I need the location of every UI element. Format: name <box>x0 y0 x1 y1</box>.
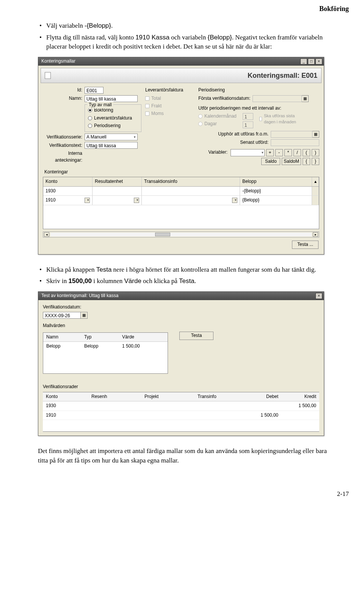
value: 1500,00 <box>69 277 92 285</box>
variable-name: {Belopp} <box>87 22 111 29</box>
radio-label: Periodisering <box>94 123 121 129</box>
konteringar-label: Konteringar <box>41 168 322 176</box>
cell-trans[interactable] <box>142 187 240 195</box>
cell-res <box>88 401 141 410</box>
verserie-combo[interactable]: A Manuell <box>85 134 138 140</box>
var-rparen-button[interactable]: ) <box>312 149 319 156</box>
document-title: Konteringsmall: E001 <box>248 71 317 80</box>
cell-typ: Belopp <box>81 342 119 351</box>
text: Klicka på knappen <box>46 266 96 273</box>
chk-total: Total <box>145 95 198 102</box>
vertext-label: Verifikationstext: <box>43 142 85 149</box>
bullet-item: Klicka på knappen Testa nere i högra hör… <box>46 265 330 275</box>
document-icon[interactable] <box>45 72 51 79</box>
horizontal-scrollbar[interactable]: ◂ ▸ <box>43 231 319 238</box>
chk-label: Total <box>151 95 161 102</box>
scroll-up[interactable]: ▴ <box>312 177 319 186</box>
window-title: Konteringsmallar <box>41 58 75 65</box>
test-av-konteringsmall-window: Test av konteringsmall: Uttag till kassa… <box>38 291 324 436</box>
verdatum-label: Verifikationsdatum: <box>43 304 319 310</box>
testa-button[interactable]: Testa ... <box>292 241 318 249</box>
grid-blank-area <box>43 420 319 431</box>
radio-label: Leverantörsfaktura <box>94 115 132 121</box>
col-header-kredit: Kredit <box>281 392 319 401</box>
id-input[interactable]: E001 <box>85 87 104 94</box>
date-picker-icon[interactable]: ▦ <box>81 312 88 319</box>
minimize-button[interactable]: _ <box>300 58 307 65</box>
close-button[interactable]: × <box>315 58 322 65</box>
chk-label: Ska utföras sista dagen i månaden <box>264 113 301 125</box>
col-header-resultatenhet[interactable]: Resultatenhet <box>93 177 142 186</box>
id-label: Id: <box>43 87 85 93</box>
col-header-transinfo[interactable]: Transaktionsinfo <box>142 177 240 186</box>
cell-res-combo[interactable] <box>93 196 142 205</box>
grid-row[interactable]: 1930 -{Belopp} <box>43 187 319 196</box>
var-plus-button[interactable]: + <box>266 149 274 156</box>
var-saldom-button[interactable]: SaldoM <box>282 158 301 165</box>
kalender-value: 1 <box>243 113 253 120</box>
cell-konto-combo[interactable]: 1910 <box>43 196 93 205</box>
cell-varde[interactable]: 1 500,00 <box>119 342 165 351</box>
radio-periodisering[interactable]: Periodisering <box>88 123 138 129</box>
text: och klicka på <box>141 277 179 285</box>
forstaver-input <box>253 95 302 102</box>
var-rbrace-button[interactable]: } <box>312 158 319 165</box>
upphor-label: Upphör att utföras fr.o.m. <box>198 131 271 137</box>
page-number: 2-17 <box>0 478 364 507</box>
vertext-input[interactable]: Uttag till kassa <box>85 142 138 149</box>
scroll-track <box>312 187 319 195</box>
close-button[interactable]: × <box>315 293 322 299</box>
col-header-debet: Debet <box>243 392 281 401</box>
cell-trans-combo[interactable] <box>142 196 240 205</box>
closing-paragraph: Det finns möjlighet att importera ett an… <box>38 447 330 465</box>
scroll-thumb[interactable] <box>155 233 170 236</box>
text: i kolumnen <box>92 277 124 285</box>
cell-res[interactable] <box>93 187 142 195</box>
var-lparen-button[interactable]: ( <box>303 149 310 156</box>
cell-res <box>88 411 141 420</box>
var-div-button[interactable]: / <box>293 149 301 156</box>
var-mul-button[interactable]: * <box>284 149 292 156</box>
var-saldo-button[interactable]: Saldo <box>261 158 280 165</box>
typ-av-mall-group: Typ av mall Bokföring Leverantörsfaktura… <box>85 104 141 132</box>
grid-blank-area <box>43 205 319 229</box>
maximize-button[interactable]: □ <box>308 58 315 65</box>
cell-kredit <box>281 411 319 420</box>
dagar-value: 1 <box>243 121 253 128</box>
cell-value: 1910 <box>46 197 56 203</box>
verdatum-input[interactable]: XXXX-09-26 <box>43 312 81 319</box>
page-header: Bokföring <box>0 0 364 21</box>
cell-belopp[interactable]: -{Belopp} <box>240 187 312 195</box>
variabler-combo[interactable] <box>231 149 265 156</box>
date-picker-icon: ▦ <box>302 95 309 102</box>
titlebar: Konteringsmallar _ □ × <box>38 57 324 66</box>
cell-trans <box>195 401 243 410</box>
scroll-left[interactable]: ◂ <box>44 232 49 237</box>
col-header-konto[interactable]: Konto <box>43 177 93 186</box>
col-header-belopp[interactable]: Belopp <box>240 177 312 186</box>
bullet-item: Flytta dig till nästa rad, välj konto 19… <box>46 33 330 52</box>
utfor-label: Utför periodiseringen med ett intervall … <box>198 105 319 112</box>
col-header-transinfo: Transinfo <box>195 392 243 401</box>
cell-debet <box>243 401 281 410</box>
cell-konto: 1910 <box>43 411 88 420</box>
var-minus-button[interactable]: - <box>275 149 283 156</box>
radio-dagar: Dagar <box>198 121 237 127</box>
radio-kalendermanad: Kalendermånad <box>198 113 237 120</box>
grid-blank-area <box>43 351 168 373</box>
bullet-item: Skriv in 1500,00 i kolumnen Värde och kl… <box>46 277 330 286</box>
testa-button[interactable]: Testa <box>179 332 213 340</box>
grid-row[interactable]: Belopp Belopp 1 500,00 <box>43 342 168 351</box>
col-header-varde: Värde <box>119 333 165 341</box>
radio-leverantorsfaktura[interactable]: Leverantörsfaktura <box>88 115 138 121</box>
cell-belopp[interactable]: {Belopp} <box>240 196 312 205</box>
namn-input[interactable]: Uttag till kassa <box>85 95 138 102</box>
variable-name: {Belopp} <box>207 34 232 41</box>
cell-konto[interactable]: 1930 <box>43 187 93 195</box>
scroll-right[interactable]: ▸ <box>313 232 318 237</box>
konteringar-grid: Konto Resultatenhet Transaktionsinfo Bel… <box>43 177 319 229</box>
grid-row[interactable]: 1910 {Belopp} <box>43 196 319 205</box>
radio-label: Dagar <box>204 121 217 127</box>
var-lbrace-button[interactable]: { <box>303 158 310 165</box>
grid-row: 1910 1 500,00 <box>43 411 319 420</box>
